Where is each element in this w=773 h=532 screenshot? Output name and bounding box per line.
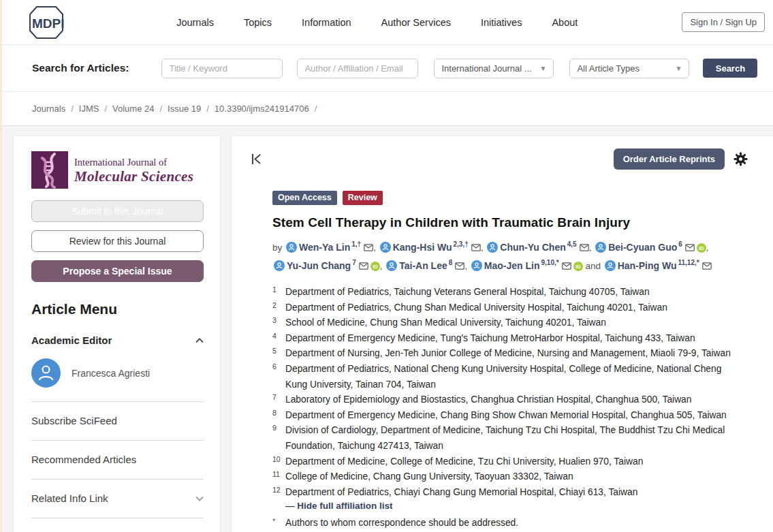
hide-affiliation-list-link[interactable]: — Hide full affiliation list xyxy=(285,501,744,511)
affiliation-item: 9Division of Cardiology, Department of M… xyxy=(272,423,733,454)
author-avatar-icon[interactable] xyxy=(386,260,397,271)
email-icon[interactable] xyxy=(359,262,368,270)
article-title: Stem Cell Therapy in Children with Traum… xyxy=(272,215,744,230)
author: Chun-Yu Chen4,5, xyxy=(486,242,594,253)
nav-item[interactable]: Information xyxy=(302,17,351,28)
affiliation-number: 3 xyxy=(272,313,277,328)
academic-editor-section-toggle[interactable]: Academic Editor xyxy=(31,334,204,346)
journal-logo[interactable]: International Journal of Molecular Scien… xyxy=(31,151,204,189)
page-content: International Journal of Molecular Scien… xyxy=(0,126,773,532)
sidebar: International Journal of Molecular Scien… xyxy=(14,136,220,532)
chevron-down-icon: ▼ xyxy=(540,65,547,72)
breadcrumb-link[interactable]: Volume 24 xyxy=(112,104,154,114)
author-name-link[interactable]: Tai-An Lee xyxy=(399,260,447,271)
author-avatar-icon[interactable] xyxy=(471,260,482,271)
sidebar-link[interactable]: Recommended Articles xyxy=(31,454,204,465)
email-icon[interactable] xyxy=(471,244,481,251)
author: Kang-Hsi Wu2,3,†, xyxy=(379,242,486,253)
breadcrumb-link[interactable]: Journals xyxy=(32,104,65,114)
chevron-up-icon xyxy=(195,338,204,343)
mdpi-logo[interactable]: MDPI xyxy=(20,5,72,40)
author-name-link[interactable]: Kang-Hsi Wu xyxy=(393,242,452,253)
author-avatar-icon[interactable] xyxy=(380,242,391,253)
order-reprints-button[interactable]: Order Article Reprints xyxy=(614,148,725,170)
article-badge: Review xyxy=(343,191,383,205)
affiliation-item: 5Department of Nursing, Jen-Teh Junior C… xyxy=(272,346,733,362)
affiliation-item: 2Department of Pediatrics, Chung Shan Me… xyxy=(272,300,733,316)
sidebar-link[interactable]: Subscribe SciFeed xyxy=(31,415,204,426)
sidebar-action-button[interactable]: Submit to this Journal xyxy=(31,200,204,222)
affiliation-text: Department of Emergency Medicine, Tung's… xyxy=(285,333,695,343)
journal-select-value: International Journal ... xyxy=(441,63,531,74)
academic-editor-heading: Academic Editor xyxy=(31,334,112,346)
article-type-select-value: All Article Types xyxy=(577,63,640,74)
window-edge-strip xyxy=(0,0,2,532)
affiliation-item: 12Department of Pediatrics, Chiayi Chang… xyxy=(272,485,733,501)
author-name-link[interactable]: Chun-Yu Chen xyxy=(500,242,565,253)
affiliation-number: 5 xyxy=(272,343,277,359)
nav-item[interactable]: Journals xyxy=(176,17,214,28)
author-avatar-icon[interactable] xyxy=(286,242,297,253)
breadcrumb-item: 10.3390/ijms241914706 / xyxy=(215,104,317,114)
nav-item[interactable]: Initiatives xyxy=(481,17,522,28)
affiliation-number: 9 xyxy=(272,420,277,436)
search-button[interactable]: Search xyxy=(703,59,757,78)
author-affiliation-input[interactable] xyxy=(297,59,418,78)
footnote-marker: * xyxy=(272,514,275,529)
title-keyword-input[interactable] xyxy=(161,59,283,78)
sidebar-action-button[interactable]: Review for this Journal xyxy=(31,230,204,252)
email-icon[interactable] xyxy=(685,244,695,251)
article-body: Open Access Review Stem Cell Therapy in … xyxy=(272,191,744,532)
editor-avatar-icon[interactable] xyxy=(31,358,61,388)
journal-select[interactable]: International Journal ... ▼ xyxy=(434,59,554,78)
email-icon[interactable] xyxy=(455,262,464,270)
author-separator: , xyxy=(706,242,709,253)
academic-editor-name[interactable]: Francesca Agriesti xyxy=(72,368,150,379)
author-name-link[interactable]: Wen-Ya Lin xyxy=(299,242,350,253)
svg-text:MDPI: MDPI xyxy=(32,16,65,31)
author-name-link[interactable]: Bei-Cyuan Guo xyxy=(608,242,677,253)
sign-in-button[interactable]: Sign In / Sign Up xyxy=(682,12,765,32)
email-icon[interactable] xyxy=(702,262,712,270)
email-icon[interactable] xyxy=(580,244,589,251)
gear-icon[interactable] xyxy=(733,152,748,166)
divider xyxy=(31,401,204,402)
affiliation-text: Department of Emergency Medicine, Chang … xyxy=(285,410,727,420)
nav-item[interactable]: Author Services xyxy=(381,17,451,28)
author-avatar-icon[interactable] xyxy=(605,260,616,271)
author-avatar-icon[interactable] xyxy=(487,242,498,253)
author-affiliation-sup: 1,† xyxy=(351,240,361,248)
author-avatar-icon[interactable] xyxy=(274,260,285,271)
orcid-icon[interactable]: iD xyxy=(573,262,583,271)
email-icon[interactable] xyxy=(562,262,571,270)
collapse-sidebar-icon[interactable] xyxy=(251,153,263,165)
breadcrumb: Journals / IJMS / Volume 24 / Issue 19 /… xyxy=(32,104,317,114)
breadcrumb-separator: / xyxy=(315,104,317,114)
breadcrumb-link[interactable]: IJMS xyxy=(79,104,99,114)
journal-name: International Journal of Molecular Scien… xyxy=(74,151,193,185)
nav-item[interactable]: Topics xyxy=(244,17,272,28)
affiliation-text: Department of Pediatrics, Chung Shan Med… xyxy=(285,302,667,313)
orcid-icon[interactable]: iD xyxy=(697,243,706,253)
affiliation-number: 2 xyxy=(272,298,277,313)
author-name-link[interactable]: Han-Ping Wu xyxy=(618,260,677,271)
author-name-link[interactable]: Yu-Jun Chang xyxy=(287,260,351,271)
breadcrumb-link[interactable]: Issue 19 xyxy=(168,104,201,114)
author-name-link[interactable]: Mao-Jen Lin xyxy=(484,260,540,271)
affiliation-text: Department of Pediatrics, Taichung Veter… xyxy=(285,287,650,297)
affiliation-number: 4 xyxy=(272,328,277,344)
chevron-down-icon: ▼ xyxy=(676,65,682,72)
affiliation-number: 6 xyxy=(272,359,277,375)
divider xyxy=(31,518,204,518)
author: Wen-Ya Lin1,†, xyxy=(285,242,379,253)
affiliation-text: College of Medicine, Chang Gung Universi… xyxy=(285,471,573,482)
author-avatar-icon[interactable] xyxy=(595,242,606,253)
breadcrumb-link[interactable]: 10.3390/ijms241914706 xyxy=(215,104,309,114)
sidebar-link[interactable]: Related Info Link xyxy=(31,492,204,504)
article-type-select[interactable]: All Article Types ▼ xyxy=(569,59,689,78)
email-icon[interactable] xyxy=(364,244,373,251)
sidebar-action-button[interactable]: Propose a Special Issue xyxy=(31,260,204,282)
nav-item[interactable]: About xyxy=(552,17,578,28)
orcid-icon[interactable]: iD xyxy=(370,262,380,271)
article-toolbar: Order Article Reprints xyxy=(249,148,758,170)
